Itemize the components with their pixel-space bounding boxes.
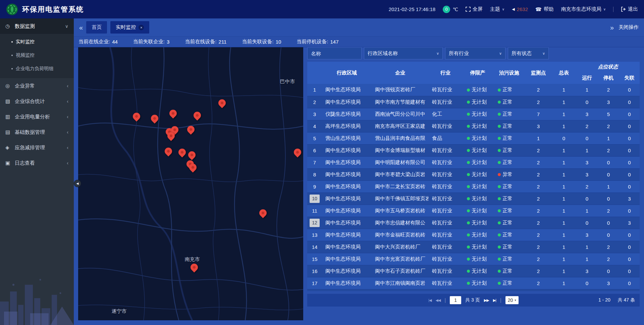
cell: 砖瓦行业 <box>429 168 462 180</box>
page-size-select[interactable]: 20 ▾ <box>505 296 519 304</box>
map-pin[interactable] <box>191 264 198 271</box>
col-production: 停限产 <box>462 62 493 84</box>
theme-dropdown[interactable]: 主题 ∨ <box>490 6 504 12</box>
cell: 0 <box>619 277 640 289</box>
sidebar-group-label: 数据监测 <box>15 23 65 30</box>
org-dropdown[interactable]: 南充市生态环境局 ∨ <box>561 6 606 12</box>
table-row[interactable]: 15阆中生态环境局阆中市光富页岩机砖厂砖瓦行业无计划正常21120 <box>307 253 640 265</box>
cell: 阆中生态环境局 <box>322 229 372 241</box>
table-row[interactable]: 13阆中生态环境局阆中市金福旺页岩机砖砖瓦行业无计划正常21300 <box>307 229 640 241</box>
close-operations-button[interactable]: 关闭操作 <box>619 24 639 31</box>
status-dot <box>498 125 501 128</box>
map-pin[interactable] <box>151 115 158 122</box>
cell: 砖瓦行业 <box>429 229 462 241</box>
status-dot <box>467 221 470 224</box>
stat-item: 当前失联设备:10 <box>242 39 281 45</box>
table-row[interactable]: 2阆中生态环境局阆中市南方节能建材有砖瓦行业无计划正常21030 <box>307 96 640 108</box>
sidebar-item[interactable]: 视频监控 <box>0 49 74 62</box>
fullscreen-button[interactable]: 全屏 <box>466 6 483 12</box>
map-pin[interactable] <box>189 164 197 171</box>
map-pin[interactable] <box>165 148 172 155</box>
sidebar-item-label: 视频监控 <box>16 52 35 58</box>
first-page-button[interactable]: |◀ <box>428 298 431 303</box>
scroll-tabs-left-icon[interactable]: « <box>79 24 83 31</box>
cell: 阆中强锐页岩砖厂 <box>372 84 429 96</box>
status-text: 正常 <box>502 147 513 153</box>
table-row[interactable]: 1阆中生态环境局阆中强锐页岩砖厂砖瓦行业无计划正常21120 <box>307 84 640 96</box>
map-pin[interactable] <box>259 209 267 217</box>
cell: 1 <box>576 144 598 156</box>
pin-icon <box>166 131 176 141</box>
temperature-badge: 0 <box>443 6 450 13</box>
map-city-label: 巴中市 <box>280 78 295 85</box>
cell: 2 <box>598 84 619 96</box>
table-row[interactable]: 9阆中生态环境局阆中市二龙长宝页岩砖砖瓦行业无计划正常21210 <box>307 180 640 193</box>
prev-page-button[interactable]: ◀◀ <box>436 298 441 303</box>
sidebar-group-header[interactable]: ▧企业综合统计‹ <box>0 94 74 109</box>
logout-button[interactable]: 退出 <box>621 6 638 12</box>
status-dot <box>467 173 470 176</box>
stat-label: 当前停机设备: <box>297 39 328 45</box>
sidebar-group-header[interactable]: ◈应急减排管理‹ <box>0 140 74 155</box>
table-row[interactable]: 6阆中生态环境局阆中市金博瑞新型墙材砖瓦行业无计划正常21120 <box>307 144 640 156</box>
next-page-button[interactable]: ▶▶ <box>484 298 489 303</box>
alert-ticker[interactable]: ◀ 2632 <box>512 6 528 12</box>
map-pin[interactable] <box>194 112 201 119</box>
status-dot <box>498 113 501 116</box>
status-cell: 正常 <box>493 84 525 96</box>
help-button[interactable]: ☎ 帮助 <box>535 6 554 12</box>
name-filter-input[interactable] <box>307 47 362 59</box>
status-cell: 无计划 <box>462 193 493 205</box>
table-row[interactable]: 8阆中生态环境局阆中市枣碧大梁山页岩砖瓦行业无计划异常21300 <box>307 168 640 180</box>
close-icon[interactable]: × <box>139 25 144 30</box>
map-pin[interactable] <box>187 126 195 133</box>
status-filter-select[interactable]: 所有状态 ∨ <box>508 47 549 59</box>
map-pin[interactable] <box>133 113 140 120</box>
cell: 阆中明阳建材有限公司 <box>372 156 429 168</box>
map-pin[interactable] <box>294 149 301 156</box>
sidebar-item[interactable]: 企业电力负荷明细 <box>0 62 74 75</box>
sidebar-group-header[interactable]: ▣日志查看‹ <box>0 155 74 171</box>
scroll-tabs-right-icon[interactable]: » <box>610 24 614 31</box>
sidebar-item[interactable]: 实时监控 <box>0 35 74 49</box>
industry-filter-select[interactable]: 所有行业 ∨ <box>445 47 505 59</box>
status-cell: 无计划 <box>462 132 493 144</box>
last-page-button[interactable]: ▶| <box>493 298 496 303</box>
region-filter-select[interactable]: 行政区域名称 ∨ <box>364 47 443 59</box>
map-pin[interactable] <box>188 151 196 159</box>
map-pin[interactable] <box>178 149 186 156</box>
cell: 0 <box>598 168 619 180</box>
sidebar-group-header[interactable]: ◎企业异常‹ <box>0 78 74 94</box>
table-row[interactable]: 18南部生态环境局南部县双佛土陶有限公砖瓦行业无计划正常21030 <box>307 289 640 291</box>
table-row[interactable]: 10阆中生态环境局阆中市千佛镇五郎垭页岩砖瓦行业无计划正常21003 <box>307 193 640 205</box>
cell: 阆中生态环境局 <box>322 265 372 277</box>
sidebar-group-header[interactable]: ▥企业用电量分析‹ <box>0 109 74 124</box>
map-panel[interactable]: 巴中市南充市遂宁市 ◀ <box>78 47 303 320</box>
map-pin[interactable] <box>167 132 175 140</box>
status-cell: 正常 <box>493 180 525 193</box>
cell: 2 <box>525 241 551 253</box>
tab-realtime-monitor[interactable]: 实时监控 × <box>110 21 149 34</box>
table-row[interactable]: 11阆中生态环境局阆中市五马桥页岩机砖砖瓦行业无计划正常21120 <box>307 205 640 217</box>
map-pin[interactable] <box>218 99 226 107</box>
sidebar-group-header[interactable]: ◷数据监测∨ <box>0 18 74 34</box>
table-row[interactable]: 5营山生态环境局营山县润丰肉食品有限食品无计划正常10010 <box>307 132 640 144</box>
map-pin[interactable] <box>169 110 177 117</box>
table-row[interactable]: 16阆中生态环境局阆中市石子页岩机砖厂砖瓦行业无计划正常21300 <box>307 265 640 277</box>
tab-home[interactable]: 首页 <box>86 21 107 34</box>
sidebar-group-header[interactable]: ▤基础数据管理‹ <box>0 124 74 140</box>
table-row[interactable]: 7阆中生态环境局阆中明阳建材有限公司砖瓦行业无计划正常21300 <box>307 156 640 168</box>
cell: 3 <box>525 120 551 132</box>
map-collapse-button[interactable]: ◀ <box>74 180 81 187</box>
table-row[interactable]: 4高坪生态环境局南充市高坪区王家店建砖瓦行业无计划正常31220 <box>307 120 640 132</box>
status-cell: 正常 <box>493 120 525 132</box>
table-row[interactable]: 12阆中生态环境局阆中市忠信建材有限公砖瓦行业无计划正常21003 <box>307 217 640 229</box>
status-dot <box>467 209 470 212</box>
cell: 3 <box>576 229 598 241</box>
status-cell: 正常 <box>493 108 525 120</box>
table-row[interactable]: 14阆中生态环境局阆中大兴页岩机砖厂砖瓦行业无计划正常21120 <box>307 241 640 253</box>
table-row[interactable]: 3仪陇生态环境局西南油气田分公司川中化工无计划正常71350 <box>307 108 640 120</box>
table-row[interactable]: 17阆中生态环境局阆中市江南镇阆南页岩砖瓦行业无计划正常21030 <box>307 277 640 289</box>
log-icon: ▣ <box>5 160 13 166</box>
page-number-input[interactable]: 1 <box>450 296 461 304</box>
